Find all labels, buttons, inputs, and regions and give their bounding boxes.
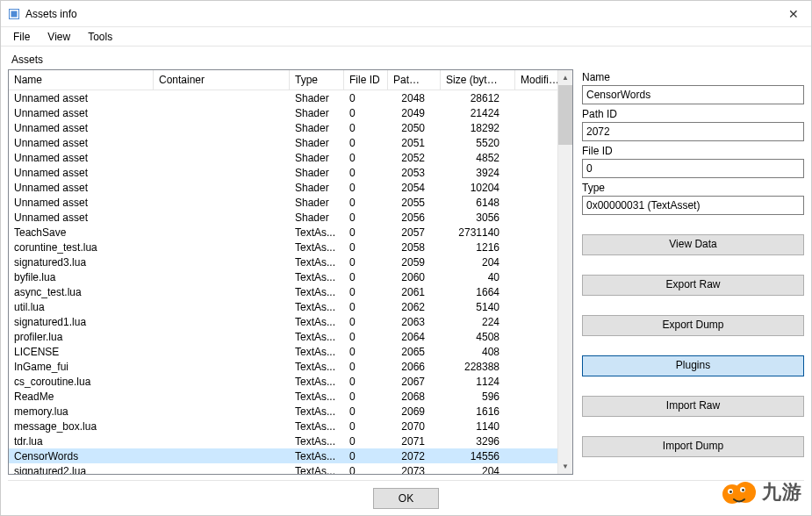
cell-fileid: 0 [344, 92, 388, 104]
table-row[interactable]: cs_coroutine.luaTextAs...020671124 [9, 374, 572, 389]
scroll-down-icon[interactable]: ▼ [558, 459, 572, 474]
plugins-button[interactable]: Plugins [582, 355, 804, 376]
import-raw-button[interactable]: Import Raw [582, 396, 804, 417]
table-row[interactable]: Unnamed assetShader020563056 [9, 210, 572, 225]
menu-file[interactable]: File [4, 29, 39, 45]
import-dump-button[interactable]: Import Dump [582, 436, 804, 457]
fileid-field[interactable] [582, 159, 804, 178]
cell-size: 228388 [441, 361, 515, 373]
cell-pathid: 2066 [388, 361, 441, 373]
table-row[interactable]: LICENSETextAs...02065408 [9, 344, 572, 359]
cell-size: 1616 [441, 405, 515, 418]
col-header-container[interactable]: Container [154, 70, 290, 90]
table-row[interactable]: InGame_fuiTextAs...02066228388 [9, 359, 572, 374]
cell-name: Unnamed asset [9, 167, 154, 179]
cell-pathid: 2059 [388, 256, 441, 269]
cell-type: TextAs... [290, 256, 344, 269]
cell-name: coruntine_test.lua [9, 241, 154, 254]
cell-name: ReadMe [9, 391, 154, 403]
table-row[interactable]: signatured2.luaTextAs...02073204 [9, 463, 572, 474]
table-row[interactable]: Unnamed assetShader0205410204 [9, 180, 572, 195]
table-row[interactable]: Unnamed assetShader0204921424 [9, 105, 572, 120]
table-row[interactable]: Unnamed assetShader020533924 [9, 165, 572, 180]
export-raw-button[interactable]: Export Raw [582, 275, 804, 296]
menu-tools[interactable]: Tools [79, 29, 121, 45]
table-row[interactable]: Unnamed assetShader020515520 [9, 135, 572, 150]
cell-type: Shader [290, 137, 344, 149]
cell-name: Unnamed asset [9, 182, 154, 194]
vertical-scrollbar[interactable]: ▲ ▼ [557, 70, 572, 474]
cell-pathid: 2072 [388, 450, 441, 462]
cell-type: Shader [290, 211, 344, 224]
table-row[interactable]: coruntine_test.luaTextAs...020581216 [9, 240, 572, 254]
table-row[interactable]: Unnamed assetShader020524852 [9, 150, 572, 165]
cell-name: LICENSE [9, 346, 154, 358]
menu-view[interactable]: View [39, 29, 79, 45]
cell-pathid: 2067 [388, 376, 441, 388]
cell-fileid: 0 [344, 167, 388, 179]
scroll-track[interactable] [558, 85, 572, 459]
name-field[interactable] [582, 85, 804, 104]
cell-pathid: 2071 [388, 435, 441, 448]
cell-name: Unnamed asset [9, 152, 154, 164]
cell-pathid: 2050 [388, 122, 441, 134]
table-row[interactable]: signatured1.luaTextAs...02063224 [9, 314, 572, 329]
cell-fileid: 0 [344, 301, 388, 313]
cell-name: Unnamed asset [9, 107, 154, 119]
col-header-type[interactable]: Type [290, 70, 344, 90]
cell-name: cs_coroutine.lua [9, 376, 154, 388]
type-field[interactable] [582, 196, 804, 215]
cell-size: 1216 [441, 241, 515, 254]
cell-fileid: 0 [344, 435, 388, 448]
table-row[interactable]: util.luaTextAs...020625140 [9, 299, 572, 314]
cell-size: 2731140 [441, 226, 515, 239]
table-row[interactable]: byfile.luaTextAs...0206040 [9, 269, 572, 284]
table-row[interactable]: tdr.luaTextAs...020713296 [9, 434, 572, 448]
cell-name: Unnamed asset [9, 92, 154, 104]
cell-type: TextAs... [290, 450, 344, 462]
cell-size: 10204 [441, 182, 515, 194]
cell-fileid: 0 [344, 107, 388, 119]
cell-name: message_box.lua [9, 420, 154, 433]
cell-size: 18292 [441, 122, 515, 134]
cell-fileid: 0 [344, 391, 388, 403]
table-row[interactable]: CensorWordsTextAs...0207214556 [9, 448, 572, 463]
table-row[interactable]: Unnamed assetShader020556148 [9, 195, 572, 210]
close-button[interactable]: ✕ [783, 7, 804, 21]
assets-label: Assets [8, 52, 804, 68]
name-label: Name [582, 71, 804, 83]
cell-size: 408 [441, 346, 515, 358]
cell-pathid: 2056 [388, 211, 441, 224]
cell-size: 5520 [441, 137, 515, 149]
ok-button[interactable]: OK [373, 488, 439, 509]
pathid-field[interactable] [582, 122, 804, 141]
table-row[interactable]: message_box.luaTextAs...020701140 [9, 419, 572, 434]
table-row[interactable]: memory.luaTextAs...020691616 [9, 404, 572, 419]
cell-fileid: 0 [344, 331, 388, 343]
view-data-button[interactable]: View Data [582, 234, 804, 255]
scroll-thumb[interactable] [558, 85, 572, 145]
cell-size: 28612 [441, 92, 515, 104]
cell-type: Shader [290, 182, 344, 194]
table-row[interactable]: Unnamed assetShader0204828612 [9, 90, 572, 105]
cell-fileid: 0 [344, 361, 388, 373]
scroll-up-icon[interactable]: ▲ [558, 70, 572, 85]
table-row[interactable]: signatured3.luaTextAs...02059204 [9, 254, 572, 269]
cell-pathid: 2065 [388, 346, 441, 358]
cell-size: 596 [441, 391, 515, 403]
table-row[interactable]: ReadMeTextAs...02068596 [9, 389, 572, 404]
cell-type: Shader [290, 197, 344, 209]
cell-fileid: 0 [344, 182, 388, 194]
table-row[interactable]: profiler.luaTextAs...020644508 [9, 329, 572, 344]
export-dump-button[interactable]: Export Dump [582, 315, 804, 336]
cell-name: tdr.lua [9, 435, 154, 448]
col-header-pathid[interactable]: Path ID [388, 70, 441, 90]
table-row[interactable]: TeachSaveTextAs...020572731140 [9, 225, 572, 240]
cell-size: 204 [441, 256, 515, 269]
col-header-fileid[interactable]: File ID [344, 70, 388, 90]
table-row[interactable]: Unnamed assetShader0205018292 [9, 120, 572, 135]
table-row[interactable]: async_test.luaTextAs...020611664 [9, 284, 572, 299]
col-header-name[interactable]: Name [9, 70, 154, 90]
cell-pathid: 2063 [388, 316, 441, 328]
col-header-size[interactable]: Size (bytes) [441, 70, 515, 90]
